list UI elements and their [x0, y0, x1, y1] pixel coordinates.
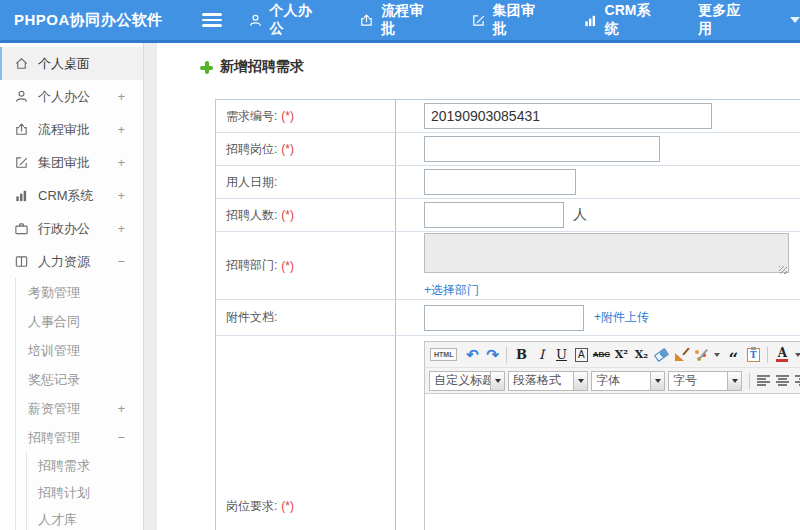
- job-position-input[interactable]: [424, 136, 660, 162]
- caret-down-icon[interactable]: [651, 371, 665, 391]
- paragraph-format-select[interactable]: 段落格式: [508, 371, 588, 391]
- form-row: 用人日期:: [216, 166, 800, 199]
- sidebar-item-workflow-approval[interactable]: 流程审批 +: [0, 113, 143, 146]
- caret-down-icon[interactable]: [728, 371, 742, 391]
- sidebar-item-salary[interactable]: 薪资管理 +: [16, 394, 143, 423]
- format-brush-button[interactable]: [671, 345, 691, 365]
- sidebar: 个人桌面 个人办公 + 流程审批 + 集团审批 + CRM系统 + 行政办公 +: [0, 43, 144, 530]
- book-icon: [14, 254, 29, 269]
- field-label: 招聘人数:: [226, 207, 277, 224]
- required-mark: (*): [281, 142, 294, 156]
- font-color-button[interactable]: A: [772, 345, 792, 365]
- main-content: 新增招聘需求 需求编号:(*) 招聘岗位:(*) 用人日期: 招聘人数:(*): [157, 43, 800, 530]
- department-textarea[interactable]: [424, 233, 789, 273]
- caret-down-icon[interactable]: [790, 17, 800, 23]
- select-department-link[interactable]: +选择部门: [424, 282, 479, 299]
- page-title: 新增招聘需求: [220, 58, 304, 76]
- required-mark: (*): [281, 208, 294, 222]
- sidebar-item-group-approval[interactable]: 集团审批 +: [0, 146, 143, 179]
- highlight-color-button[interactable]: [691, 345, 711, 365]
- align-right-button[interactable]: [792, 371, 800, 391]
- editor-toolbar-row-2: 自定义标题 段落格式 字体: [425, 368, 800, 394]
- sidebar-item-talent-pool[interactable]: 人才库: [27, 506, 143, 530]
- required-mark: (*): [281, 109, 294, 123]
- italic-button[interactable]: I: [531, 345, 551, 365]
- undo-button[interactable]: ↶: [462, 345, 482, 365]
- char-border-button[interactable]: A: [571, 345, 591, 365]
- remove-format-button[interactable]: [651, 345, 671, 365]
- caret-down-icon[interactable]: [714, 353, 720, 357]
- sidebar-item-recruit-demand[interactable]: 招聘需求: [27, 452, 143, 479]
- expand-toggle[interactable]: +: [117, 221, 125, 236]
- nav-personal-office[interactable]: 个人办公: [248, 2, 326, 38]
- recruit-demand-form: 需求编号:(*) 招聘岗位:(*) 用人日期: 招聘人数:(*) 人: [215, 99, 800, 530]
- field-label: 岗位要求:: [226, 498, 277, 515]
- toolbar-separator: [506, 347, 507, 363]
- align-center-button[interactable]: [773, 371, 792, 391]
- expand-toggle[interactable]: +: [117, 188, 125, 203]
- nav-more-apps[interactable]: 更多应用: [698, 2, 754, 38]
- sidebar-item-hr-contract[interactable]: 人事合同: [16, 307, 143, 336]
- nav-group-approval[interactable]: 集团审批: [471, 2, 549, 38]
- sidebar-item-recruit-plan[interactable]: 招聘计划: [27, 479, 143, 506]
- superscript-button[interactable]: X²: [611, 345, 631, 365]
- subscript-button[interactable]: X₂: [631, 345, 651, 365]
- user-icon: [14, 89, 29, 104]
- hr-submenu: 考勤管理 人事合同 培训管理 奖惩记录 薪资管理 + 招聘管理 − 招聘需求 招…: [15, 278, 143, 530]
- demand-number-input[interactable]: [424, 103, 712, 129]
- sidebar-gutter: [144, 43, 157, 530]
- top-header: PHPOA协同办公软件 个人办公 流程审批 集团审批 CRM系统 更多应用: [0, 0, 800, 43]
- align-center-icon: [776, 375, 789, 386]
- app-title: PHPOA协同办公软件: [0, 11, 190, 30]
- flow-icon: [14, 122, 29, 137]
- toolbar-separator: [749, 373, 750, 389]
- home-icon: [14, 56, 29, 71]
- font-family-select[interactable]: 字体: [591, 371, 665, 391]
- hire-date-input[interactable]: [424, 169, 576, 195]
- broom-icon: [674, 347, 689, 362]
- bold-button[interactable]: B: [511, 345, 531, 365]
- paste-text-button[interactable]: T: [743, 345, 763, 365]
- title-style-select[interactable]: 自定义标题: [429, 371, 505, 391]
- nav-workflow-approval[interactable]: 流程审批: [359, 2, 437, 38]
- collapse-toggle[interactable]: −: [117, 430, 125, 445]
- attachment-upload-link[interactable]: +附件上传: [594, 309, 649, 326]
- caret-down-icon[interactable]: [491, 371, 505, 391]
- field-label: 用人日期:: [226, 174, 277, 191]
- nav-crm-system[interactable]: CRM系统: [583, 2, 665, 38]
- sidebar-item-crm[interactable]: CRM系统 +: [0, 179, 143, 212]
- sidebar-item-personal-desktop[interactable]: 个人桌面: [0, 47, 143, 80]
- blockquote-button[interactable]: “: [723, 345, 743, 365]
- editor-toolbar-row-1: HTML ↶ ↷ B I U A ABC X² X₂: [425, 342, 800, 368]
- sidebar-item-admin-office[interactable]: 行政办公 +: [0, 212, 143, 245]
- expand-toggle[interactable]: +: [117, 155, 125, 170]
- underline-button[interactable]: U: [551, 345, 571, 365]
- expand-toggle[interactable]: +: [117, 89, 125, 104]
- menu-toggle-icon[interactable]: [202, 13, 222, 27]
- toolbar-separator: [767, 347, 768, 363]
- chart-icon: [583, 13, 598, 28]
- collapse-toggle[interactable]: −: [117, 254, 125, 269]
- font-size-select[interactable]: 字号: [668, 371, 742, 391]
- edit-icon: [471, 13, 486, 28]
- form-row: 岗位要求:(*) HTML ↶ ↷ B I U A ABC: [216, 336, 800, 530]
- sidebar-item-rewards[interactable]: 奖惩记录: [16, 365, 143, 394]
- sidebar-item-recruit-mgmt[interactable]: 招聘管理 −: [16, 423, 143, 452]
- html-source-button[interactable]: HTML: [430, 348, 457, 361]
- caret-down-icon[interactable]: [795, 353, 800, 357]
- attachment-input[interactable]: [424, 305, 584, 331]
- sidebar-item-personal-office[interactable]: 个人办公 +: [0, 80, 143, 113]
- headcount-input[interactable]: [424, 202, 564, 228]
- rich-text-editor: HTML ↶ ↷ B I U A ABC X² X₂: [424, 341, 800, 530]
- strikethrough-button[interactable]: ABC: [591, 345, 611, 365]
- expand-toggle[interactable]: +: [117, 401, 125, 416]
- sidebar-item-training[interactable]: 培训管理: [16, 336, 143, 365]
- align-left-button[interactable]: [754, 371, 773, 391]
- sidebar-item-hr[interactable]: 人力资源 −: [0, 245, 143, 278]
- sidebar-item-attendance[interactable]: 考勤管理: [16, 278, 143, 307]
- caret-down-icon[interactable]: [574, 371, 588, 391]
- editor-content-area[interactable]: [425, 394, 800, 530]
- expand-toggle[interactable]: +: [117, 122, 125, 137]
- redo-button[interactable]: ↷: [482, 345, 502, 365]
- chart-icon: [14, 188, 29, 203]
